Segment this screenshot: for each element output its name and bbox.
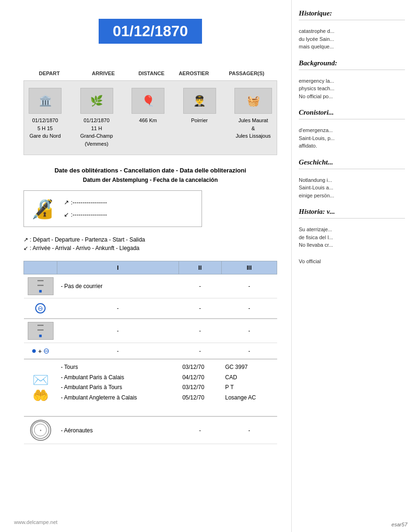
sidebar-section-4: Geschicht... Notlandung i...Saint-Louis … bbox=[299, 158, 405, 200]
row1b-col1: - bbox=[57, 298, 179, 319]
depart-date: 01/12/1870 bbox=[29, 117, 62, 125]
table-header-icon bbox=[24, 261, 57, 274]
row1-icon-cell: ▪▪▪▪ ▪▪▪▪ ■ bbox=[24, 274, 57, 298]
depart-icon: 🏛️ bbox=[29, 88, 62, 114]
row1-col3: - bbox=[221, 274, 277, 298]
depart-time: 5 H 15 bbox=[29, 125, 62, 133]
col-arrivee-header: ARRIVEE bbox=[78, 70, 129, 77]
table-row: ✦ - Aéronautes - - bbox=[24, 416, 277, 444]
depart-place: Gare du Nord bbox=[29, 132, 62, 140]
flight-aerostier: 👨‍✈️ Poirrier bbox=[183, 88, 216, 125]
divider-3 bbox=[299, 119, 405, 119]
sidebar-heading-5: Historia: v... bbox=[299, 208, 405, 216]
circle-minus-icon2: ⊖ bbox=[43, 347, 49, 355]
row1b-col3: - bbox=[221, 298, 277, 319]
sidebar-heading-4: Geschicht... bbox=[299, 158, 405, 166]
stamp-arrow-down: ↙ :----------------- bbox=[64, 209, 107, 221]
table-row: ⊖ - - - bbox=[24, 298, 277, 319]
user-tag: esar57 bbox=[391, 522, 407, 527]
table-row: ▪▪▪▪ ▪▪▪▪ ■ - - - bbox=[24, 319, 277, 343]
sidebar-section-2: Background: emergency la...physics teach… bbox=[299, 59, 405, 101]
stamp-box: 🔏 ↗ :----------------- ↙ :--------------… bbox=[23, 190, 202, 227]
row2-icon-cell: ▪▪▪▪ ▪▪▪▪ ■ bbox=[24, 319, 57, 343]
table-row: ✉️🤲 - Tours - Ambulant Paris à Calais - … bbox=[24, 359, 277, 416]
table-col3-header: III bbox=[221, 261, 277, 274]
sidebar-section-1: Historique: catastrophe d...du lycée Sai… bbox=[299, 9, 405, 51]
arrivee-date: 01/12/1870 bbox=[80, 117, 113, 125]
sidebar-text-2: emergency la...physics teach...No offici… bbox=[299, 77, 405, 101]
divider-2 bbox=[299, 70, 405, 70]
aerostier-icon: 👨‍✈️ bbox=[183, 88, 216, 114]
stamp-arrow-up: ↗ :----------------- bbox=[64, 196, 107, 209]
sidebar-heading-3: Cronistori... bbox=[299, 109, 405, 117]
distance-icon: 🎈 bbox=[132, 88, 164, 114]
legend-arrivee: ↙ : Arrivée - Arrival - Arrivo - Ankunft… bbox=[23, 245, 277, 251]
row1b-col2: - bbox=[179, 298, 221, 319]
table-row: ▪▪▪▪ ▪▪▪▪ ■ - Pas de courrier - - bbox=[24, 274, 277, 298]
row3-col2: 03/12/7004/12/7003/12/7005/12/70 bbox=[179, 359, 221, 416]
sidebar-section-3: Cronistori... d'emergenza...Saint-Louis,… bbox=[299, 109, 405, 150]
row2b-col3: - bbox=[221, 343, 277, 360]
right-sidebar: Historique: catastrophe d...du lycée Sai… bbox=[291, 0, 412, 532]
legend-depart: ↗ : Départ - Departure - Partenza - Star… bbox=[23, 236, 277, 243]
data-table: I II III ▪▪▪▪ ▪▪▪▪ ■ bbox=[23, 261, 277, 444]
flight-distance: 🎈 466 Km bbox=[132, 88, 164, 125]
row3-col3: GC 3997CADP TLosange AC bbox=[221, 359, 277, 416]
table-header-row: I II III bbox=[24, 261, 277, 274]
sidebar-text-4: Notlandung i...Saint-Louis a...einige pe… bbox=[299, 176, 405, 200]
divider-1 bbox=[299, 20, 405, 20]
col-distance-header: DISTANCE bbox=[132, 70, 171, 77]
row2-col3: - bbox=[221, 319, 277, 343]
row4-icon-cell: ✦ bbox=[24, 416, 57, 444]
title-row: 01/12/1870 bbox=[23, 19, 277, 58]
main-content: 01/12/1870 DEPART ARRIVEE DISTANCE AEROS… bbox=[0, 0, 291, 532]
flight-passager: 🧺 Jules Maurat&Jules Lissajous bbox=[234, 88, 272, 140]
stamp-lines: ↗ :----------------- ↙ :----------------… bbox=[64, 196, 107, 221]
plus-icon: + bbox=[38, 348, 42, 355]
col-passager-header: PASSAGER(S) bbox=[216, 70, 277, 77]
sidebar-heading-1: Historique: bbox=[299, 9, 405, 17]
row2b-icon-cell: ● + ⊖ bbox=[24, 343, 57, 360]
arrivee-icon: 🌿 bbox=[80, 88, 113, 114]
circle-minus-icon: ⊖ bbox=[35, 303, 46, 313]
row1-col1: - Pas de courrier bbox=[57, 274, 179, 298]
row1b-icon-cell: ⊖ bbox=[24, 298, 57, 319]
passager-names: Jules Maurat&Jules Lissajous bbox=[234, 117, 272, 140]
sidebar-text-5: Su aterrizaje...de fisica del l...No lle… bbox=[299, 226, 405, 249]
flight-depart: 🏛️ 01/12/1870 5 H 15 Gare du Nord bbox=[29, 88, 62, 140]
sidebar-section-5: Historia: v... Su aterrizaje...de fisica… bbox=[299, 208, 405, 249]
stamp-icon: 🔏 bbox=[31, 198, 54, 220]
watermark: www.delcampe.net bbox=[14, 519, 57, 525]
row4-col3: - bbox=[221, 416, 277, 444]
flight-column-headers: DEPART ARRIVEE DISTANCE AEROSTIER PASSAG… bbox=[23, 70, 277, 77]
table-col2-header: II bbox=[179, 261, 221, 274]
hand-letter-icon: ✉️🤲 bbox=[28, 372, 54, 403]
row4-col1: - Aéronautes bbox=[57, 416, 179, 444]
table-row: ● + ⊖ - - - bbox=[24, 343, 277, 360]
col-aerostier-header: AEROSTIER bbox=[174, 70, 214, 77]
row1-col2: - bbox=[179, 274, 221, 298]
row2-col2: - bbox=[179, 319, 221, 343]
row3-icon-cell: ✉️🤲 bbox=[24, 359, 57, 416]
row3-col1: - Tours - Ambulant Paris à Calais - Ambu… bbox=[57, 359, 179, 416]
passager-icon: 🧺 bbox=[234, 88, 272, 114]
divider-4 bbox=[299, 169, 405, 169]
stamp-small-icon2: ▪▪▪▪ ▪▪▪▪ ■ bbox=[28, 322, 54, 340]
svg-text:✦: ✦ bbox=[39, 429, 42, 432]
row4-col2: - bbox=[179, 416, 221, 444]
aerostier-name: Poirrier bbox=[183, 117, 216, 125]
arrivee-place: Grand-Champ(Vemmes) bbox=[80, 132, 113, 148]
arrivee-time: 11 H bbox=[80, 125, 113, 133]
divider-5 bbox=[299, 218, 405, 219]
table-col1-header: I bbox=[57, 261, 179, 274]
obliteration-subtitle: Datum der Abstemplung - Fecha de la canc… bbox=[23, 177, 277, 183]
stamp-small-icon: ▪▪▪▪ ▪▪▪▪ ■ bbox=[28, 277, 54, 295]
seal-stamp-icon: ✦ bbox=[30, 420, 51, 441]
flight-arrivee: 🌿 01/12/1870 11 H Grand-Champ(Vemmes) bbox=[80, 88, 113, 148]
sidebar-text-1: catastrophe d...du lycée Sain...mais que… bbox=[299, 27, 405, 51]
obliteration-title: Date des oblitérations - Cancellation da… bbox=[23, 167, 277, 174]
main-title: 01/12/1870 bbox=[99, 19, 202, 44]
blue-circle-dot-icon: ● bbox=[31, 346, 37, 355]
distance-value: 466 Km bbox=[132, 117, 164, 125]
row2-col1: - bbox=[57, 319, 179, 343]
